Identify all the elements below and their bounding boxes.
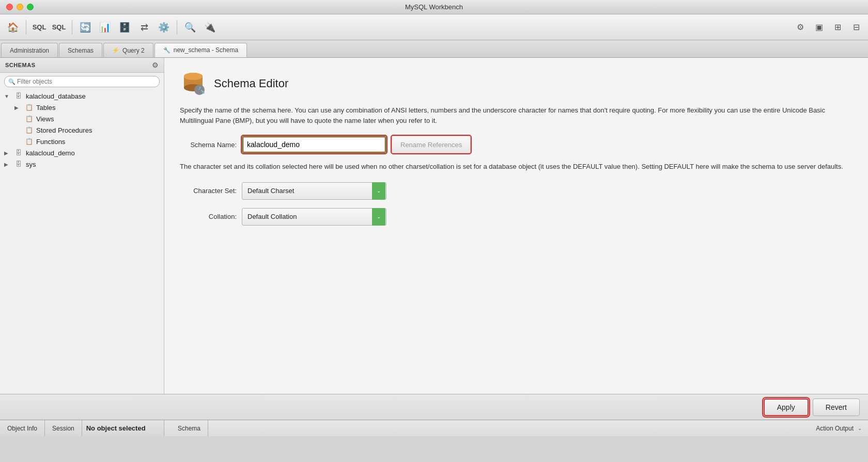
server-status-icon[interactable]: 📊 <box>96 19 114 36</box>
statusbar-left: Object Info Session No object selected <box>0 420 164 436</box>
home-icon[interactable]: 🏠 <box>4 19 22 36</box>
close-button[interactable] <box>6 4 13 10</box>
tab-query2[interactable]: ⚡ Query 2 <box>103 43 153 57</box>
plugin-icon[interactable]: 🔌 <box>201 19 219 36</box>
layout-sidebar-icon[interactable]: ▣ <box>811 20 827 35</box>
new-connection2-icon[interactable]: SQL <box>50 19 68 36</box>
tree-item-tables[interactable]: ▶ 📋 Tables <box>10 102 164 113</box>
toolbar-separator-1 <box>26 20 26 35</box>
toolbar: 🏠 SQL SQL 🔄 📊 🗄️ ⇄ ⚙️ 🔍 🔌 ⚙ ▣ ⊞ ⊟ <box>0 14 868 40</box>
apply-revert-bar: Apply Revert <box>0 394 868 420</box>
search-icon[interactable]: 🔍 <box>181 19 199 36</box>
tree-item-views[interactable]: ▶ 📋 Views <box>10 113 164 124</box>
no-object-wrapper: No object selected <box>86 424 146 432</box>
tab-administration[interactable]: Administration <box>1 43 58 57</box>
maximize-button[interactable] <box>27 4 34 10</box>
statusbar-tab-schema[interactable]: Schema <box>171 420 208 436</box>
titlebar: MySQL Workbench <box>0 0 868 14</box>
schema-sync-icon[interactable]: ⇄ <box>135 19 153 36</box>
action-output-label: Action Output <box>816 425 854 432</box>
kalacloud-demo-db-icon: 🗄 <box>13 149 24 157</box>
views-icon: 📋 <box>24 115 34 123</box>
no-object-text: No object selected <box>86 424 146 432</box>
statusbar: Object Info Session No object selected S… <box>0 420 868 436</box>
kalacloud-database-label: kalacloud_database <box>26 92 160 100</box>
schema-name-input-wrapper <box>242 136 386 153</box>
collation-select-wrapper: Default Collation utf8_general_ci ⌄ <box>242 208 386 226</box>
schema-tree: ▼ 🗄 kalacloud_database ▶ 📋 Tables ▶ 📋 Vi… <box>0 90 164 394</box>
stored-procedures-label: Stored Procedures <box>36 126 160 134</box>
statusbar-right: Schema Action Output ⌄ <box>164 420 868 436</box>
views-label: Views <box>36 115 160 123</box>
statusbar-tab-session[interactable]: Session <box>45 420 82 436</box>
minimize-button[interactable] <box>17 4 23 10</box>
expand-arrow-kalacloud-database: ▼ <box>4 93 11 99</box>
svg-point-3 <box>184 73 203 80</box>
sys-db-icon: 🗄 <box>13 160 24 168</box>
tab-schemas-label: Schemas <box>68 47 94 54</box>
sidebar-settings-icon[interactable]: ⚙ <box>152 61 159 69</box>
collation-select[interactable]: Default Collation utf8_general_ci <box>242 208 386 226</box>
sys-label: sys <box>26 161 160 168</box>
toolbar-right: ⚙ ▣ ⊞ ⊟ <box>793 20 864 35</box>
schema-editor-header: 🔧 Schema Editor <box>180 70 853 97</box>
new-connection-icon[interactable]: SQL <box>30 19 48 36</box>
statusbar-tab-object-info[interactable]: Object Info <box>0 420 45 436</box>
character-set-row: Character Set: Default Charset utf8 utf8… <box>180 182 853 200</box>
rename-references-button[interactable]: Rename References <box>392 136 471 153</box>
schema-editor-title: Schema Editor <box>214 77 288 90</box>
window-title: MySQL Workbench <box>405 3 463 11</box>
collation-row: Collation: Default Collation utf8_genera… <box>180 208 853 226</box>
apply-button[interactable]: Apply <box>764 399 809 416</box>
collation-label: Collation: <box>180 213 237 220</box>
query2-icon: ⚡ <box>112 47 119 54</box>
kalacloud-demo-label: kalacloud_demo <box>26 149 160 157</box>
functions-label: Functions <box>36 138 160 146</box>
sidebar-header: SCHEMAS ⚙ <box>0 58 164 73</box>
tree-item-functions[interactable]: ▶ 📋 Functions <box>10 136 164 147</box>
layout-full-icon[interactable]: ⊟ <box>848 20 864 35</box>
workbench-icon[interactable]: ⚙️ <box>155 19 173 36</box>
object-migration-icon[interactable]: 🔄 <box>76 19 94 36</box>
toolbar-separator-3 <box>177 20 177 35</box>
schema-editor-icon: 🔧 <box>180 70 207 97</box>
tree-item-kalacloud-database[interactable]: ▼ 🗄 kalacloud_database <box>0 90 164 102</box>
action-output-arrow-icon[interactable]: ⌄ <box>858 425 862 431</box>
sidebar-filter-wrapper: 🔍 <box>4 76 160 87</box>
tables-label: Tables <box>36 104 160 111</box>
tab-new-schema-label: new_schema - Schema <box>174 46 238 54</box>
traffic-lights <box>6 4 34 10</box>
database-icon: 🗄 <box>13 92 24 100</box>
tree-item-stored-procedures[interactable]: ▶ 📋 Stored Procedures <box>10 124 164 136</box>
db-migration-icon[interactable]: 🗄️ <box>116 19 133 36</box>
settings-gear-icon[interactable]: ⚙ <box>793 20 808 35</box>
kalacloud-database-children: ▶ 📋 Tables ▶ 📋 Views ▶ 📋 Stored Procedur… <box>0 102 164 147</box>
filter-search-icon: 🔍 <box>8 78 16 85</box>
schema-name-row: Schema Name: Rename References <box>180 136 853 153</box>
expand-arrow-kalacloud-demo: ▶ <box>4 150 11 156</box>
layout-split-icon[interactable]: ⊞ <box>830 20 845 35</box>
toolbar-separator-2 <box>72 20 72 35</box>
tab-administration-label: Administration <box>10 47 49 54</box>
schema-description-1: Specify the name of the schema here. You… <box>180 105 853 125</box>
character-set-select[interactable]: Default Charset utf8 utf8mb4 latin1 <box>242 182 386 200</box>
filter-input[interactable] <box>4 76 160 87</box>
schema-name-input[interactable] <box>242 136 386 153</box>
tab-schemas[interactable]: Schemas <box>59 43 102 57</box>
charset-description: The character set and its collation sele… <box>180 162 853 172</box>
tables-icon: 📋 <box>24 103 34 111</box>
character-set-select-wrapper: Default Charset utf8 utf8mb4 latin1 ⌄ <box>242 182 386 200</box>
expand-arrow-sys: ▶ <box>4 162 11 167</box>
revert-button[interactable]: Revert <box>813 399 860 416</box>
sidebar: SCHEMAS ⚙ 🔍 ▼ 🗄 kalacloud_database ▶ 📋 T… <box>0 58 164 394</box>
content-area: 🔧 Schema Editor Specify the name of the … <box>164 58 868 394</box>
schema-editor-panel: 🔧 Schema Editor Specify the name of the … <box>164 58 868 394</box>
tab-new-schema[interactable]: 🔧 new_schema - Schema <box>154 43 247 57</box>
tree-item-kalacloud-demo[interactable]: ▶ 🗄 kalacloud_demo <box>0 147 164 158</box>
tree-item-sys[interactable]: ▶ 🗄 sys <box>0 158 164 170</box>
tabbar: Administration Schemas ⚡ Query 2 🔧 new_s… <box>0 40 868 58</box>
schemas-header-title: SCHEMAS <box>5 62 36 68</box>
schema-name-label: Schema Name: <box>180 141 237 149</box>
svg-text:🔧: 🔧 <box>197 86 205 94</box>
main-layout: SCHEMAS ⚙ 🔍 ▼ 🗄 kalacloud_database ▶ 📋 T… <box>0 58 868 394</box>
